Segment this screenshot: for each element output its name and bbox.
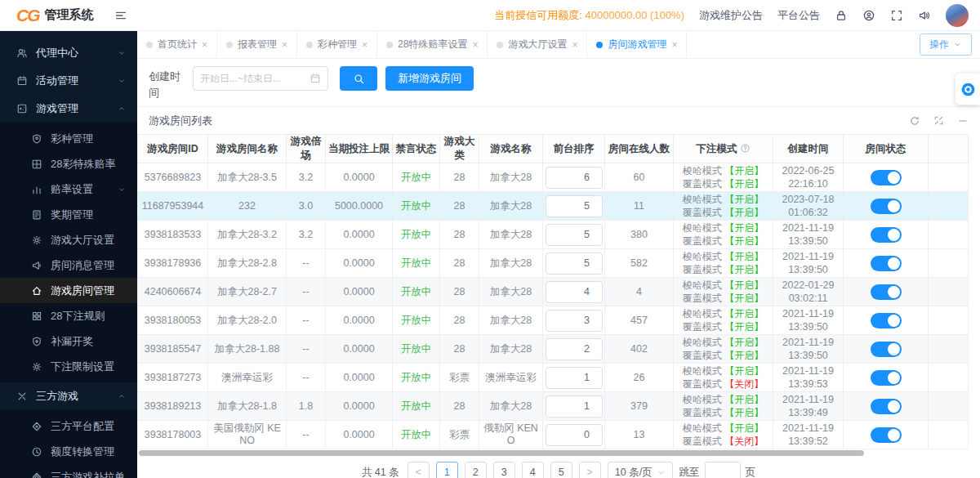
room-status-toggle[interactable] — [871, 342, 902, 357]
sidebar-item-11[interactable]: 补漏开奖 — [0, 328, 137, 354]
expand-icon[interactable] — [933, 115, 944, 126]
sort-order-input[interactable] — [546, 167, 603, 189]
room-status-toggle[interactable] — [871, 284, 902, 300]
room-status-toggle[interactable] — [871, 399, 902, 414]
table-row: 3938183533加拿大28-3.23.20.0000开放中28加拿大2838… — [138, 221, 969, 249]
cell-game-name: 加拿大28 — [479, 335, 543, 364]
lock-icon[interactable] — [835, 9, 848, 22]
cell-room-id: 3938178936 — [138, 249, 208, 278]
sort-order-input[interactable] — [546, 224, 603, 246]
mute-status-badge: 开放中 — [401, 229, 432, 240]
page-button-4[interactable]: 4 — [522, 462, 544, 478]
support-icon[interactable] — [862, 9, 875, 22]
room-status-toggle[interactable] — [871, 199, 902, 214]
tab-close-icon[interactable]: × — [362, 39, 368, 51]
search-button[interactable] — [340, 66, 377, 91]
mute-status-badge: 开放中 — [401, 400, 432, 412]
cell-created-time: 2021-11-1913:39:49 — [773, 392, 844, 421]
sort-order-input[interactable] — [546, 281, 603, 303]
sort-order-input[interactable] — [546, 424, 603, 446]
tab-0[interactable]: 首页统计× — [137, 31, 217, 58]
sidebar-item-14[interactable]: 三方平台配置 — [0, 410, 137, 439]
tab-close-icon[interactable]: × — [572, 39, 577, 51]
tab-2[interactable]: 彩种管理× — [297, 31, 377, 58]
sidebar-collapse-icon[interactable] — [114, 9, 127, 22]
sort-order-input[interactable] — [546, 395, 603, 418]
sidebar-item-13[interactable]: 三方游戏 — [0, 382, 137, 410]
sidebar-item-7[interactable]: 游戏大厅设置 — [0, 227, 137, 252]
sidebar-item-4[interactable]: 28彩特殊赔率 — [0, 151, 137, 176]
sidebar-item-1[interactable]: 活动管理 — [0, 67, 137, 95]
sort-order-input[interactable] — [546, 252, 603, 275]
cell-multiplier: 3.2 — [287, 163, 326, 192]
cell-created-time: 2021-11-1913:39:50 — [773, 306, 844, 335]
tab-5[interactable]: 房间游戏管理× — [587, 31, 687, 58]
cell-room-id: 4240606674 — [138, 278, 208, 306]
sort-order-input[interactable] — [546, 195, 603, 217]
room-status-toggle[interactable] — [871, 170, 902, 185]
tab-label: 彩种管理 — [318, 38, 357, 51]
refresh-icon[interactable] — [909, 115, 920, 127]
maintenance-notice-link[interactable]: 游戏维护公告 — [699, 8, 763, 23]
column-header-5: 游戏大类 — [440, 135, 479, 163]
room-status-toggle[interactable] — [871, 370, 902, 386]
tab-1[interactable]: 报表管理× — [217, 31, 297, 58]
sidebar-item-8[interactable]: 房间消息管理 — [0, 252, 137, 278]
add-game-room-button[interactable]: 新增游戏房间 — [385, 66, 474, 91]
page-size-select[interactable]: 10 条/页 — [608, 462, 673, 478]
page-button-5[interactable]: 5 — [550, 462, 572, 478]
tab-close-icon[interactable]: × — [472, 39, 478, 51]
created-time-label: 创建时间 — [149, 69, 185, 101]
prev-page-button[interactable]: < — [408, 462, 430, 478]
operation-button[interactable]: 操作 — [920, 34, 972, 56]
page-button-2[interactable]: 2 — [465, 462, 487, 478]
sidebar-item-3[interactable]: 彩种管理 — [0, 123, 137, 151]
tab-close-icon[interactable]: × — [282, 39, 287, 51]
sidebar-item-16[interactable]: 三方游戏补拉单 — [0, 464, 137, 478]
column-header-11: 房间状态 — [844, 135, 929, 163]
sort-order-input[interactable] — [546, 367, 603, 389]
fullscreen-icon[interactable] — [890, 9, 903, 22]
minimize-icon[interactable] — [957, 115, 969, 127]
scrollbar-thumb[interactable] — [139, 450, 864, 456]
bars-icon — [31, 184, 42, 195]
room-status-toggle[interactable] — [871, 427, 902, 443]
room-status-toggle[interactable] — [871, 256, 902, 271]
sidebar-item-15[interactable]: 额度转换管理 — [0, 439, 137, 464]
tab-4[interactable]: 游戏大厅设置× — [488, 31, 587, 58]
room-status-toggle[interactable] — [871, 313, 902, 328]
sound-icon[interactable] — [918, 9, 931, 22]
sidebar-item-2[interactable]: 游戏管理 — [0, 95, 137, 123]
next-page-button[interactable]: > — [579, 462, 601, 478]
tab-3[interactable]: 28特殊赔率设置× — [377, 31, 488, 58]
avatar[interactable] — [946, 4, 969, 27]
page-button-1[interactable]: 1 — [436, 462, 458, 478]
table-row: 116879539442323.05000.0000开放中28加拿大2811梭哈… — [138, 192, 969, 221]
page-button-3[interactable]: 3 — [493, 462, 515, 478]
cell-online-count: 26 — [605, 364, 674, 392]
cell-room-name: 加拿大28-1.8 — [208, 392, 287, 421]
sidebar-item-10[interactable]: 28下注规则 — [0, 303, 137, 328]
sort-order-input[interactable] — [546, 310, 603, 332]
room-status-toggle[interactable] — [871, 227, 902, 243]
tab-close-icon[interactable]: × — [671, 39, 677, 51]
cell-room-name: 加拿大28-3.2 — [208, 221, 287, 249]
tab-close-icon[interactable]: × — [202, 39, 207, 51]
cell-category: 28 — [440, 249, 479, 278]
settings-gear-button[interactable] — [956, 74, 980, 105]
sidebar-item-6[interactable]: 奖期管理 — [0, 202, 137, 227]
sidebar-item-12[interactable]: 下注限制设置 — [0, 354, 137, 382]
sidebar-item-0[interactable]: 代理中心 — [0, 39, 137, 67]
table-row: 3938178003美国俄勒冈 KENO--0.0000开放中彩票俄勒冈 KEN… — [138, 421, 969, 449]
sort-order-input[interactable] — [546, 338, 603, 360]
jump-page-input[interactable] — [705, 462, 741, 478]
date-range-input[interactable]: 开始日...~结束日... — [193, 66, 328, 91]
question-circle-icon[interactable] — [740, 143, 751, 154]
cell-room-name: 加拿大28-2.8 — [208, 249, 287, 278]
platform-notice-link[interactable]: 平台公告 — [777, 8, 820, 23]
cell-room-name: 美国俄勒冈 KENO — [208, 421, 287, 449]
cell-bet-mode: 梭哈模式 【开启】覆盖模式 【开启】 — [674, 392, 773, 421]
sidebar-item-9[interactable]: 游戏房间管理 — [0, 278, 137, 303]
horizontal-scrollbar[interactable] — [137, 449, 980, 457]
sidebar-item-5[interactable]: 赔率设置 — [0, 176, 137, 202]
